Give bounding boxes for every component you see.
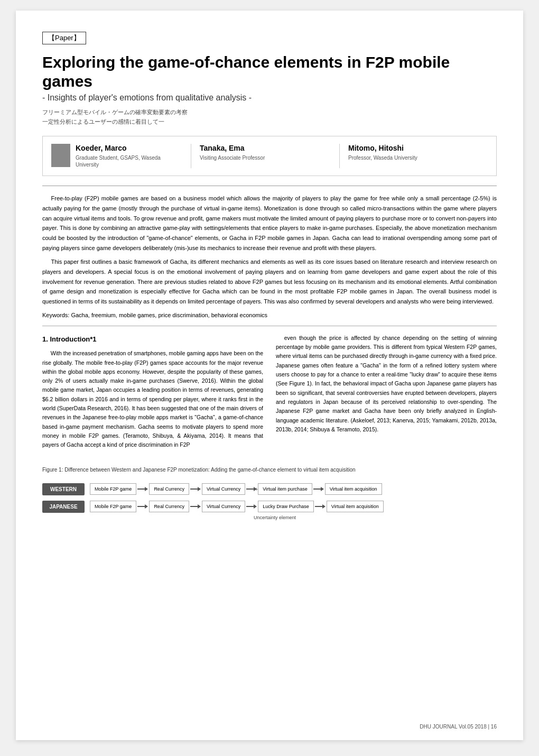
western-label: WESTERN [42, 483, 85, 495]
author-avatar [51, 144, 70, 167]
diagram-row-japanese: JAPANESE Mobile F2P game Real Currency V… [42, 501, 497, 513]
diagram-row-japanese-wrapper: JAPANESE Mobile F2P game Real Currency V… [42, 501, 497, 520]
divider-1 [42, 186, 497, 186]
western-item-3: + Virtual item purchase [258, 483, 312, 495]
japanese-item-3: Lucky Draw Purchase [258, 501, 314, 512]
author-name-3: Mitomo, Hitoshi [348, 144, 479, 152]
western-items: Mobile F2P game Real Currency Virtual Cu… [85, 483, 497, 495]
two-column-section: 1. Introduction*1 With the increased pen… [42, 334, 497, 452]
arrow-w4 [313, 487, 324, 491]
abstract-para1: Free-to-play (F2P) mobile games are base… [42, 193, 497, 253]
author-col-3: Mitomo, Hitoshi Professor, Waseda Univer… [340, 144, 488, 168]
abstract-para2: This paper first outlines a basic framew… [42, 257, 497, 306]
diagram-row-western: WESTERN Mobile F2P game Real Currency Vi… [42, 483, 497, 495]
divider-2 [42, 326, 497, 326]
western-item-0: Mobile F2P game [90, 483, 136, 495]
author-name-2: Tanaka, Ema [200, 144, 331, 152]
author-affil-1: Graduate Student, GSAPS, Waseda Universi… [76, 154, 182, 168]
figure-section: Figure 1: Difference between Western and… [42, 467, 497, 525]
main-title: Exploring the game-of-chance elements in… [42, 53, 497, 91]
section-title: 1. Introduction*1 [42, 334, 263, 345]
arrow-w1 [137, 487, 148, 491]
uncertainty-note: Uncertainty element [254, 515, 497, 520]
western-item-4: Virtual item acquisition [325, 483, 382, 495]
paper-tag: 【Paper】 [42, 32, 86, 44]
western-item-2: Virtual Currency [202, 483, 245, 495]
japanese-title: フリーミアム型モバイル・ゲームの確率変動要素の考察 一定性分析によるユーザーの感… [42, 108, 497, 126]
arrow-j4 [315, 504, 326, 509]
japanese-item-1: Real Currency [149, 501, 189, 512]
japanese-label: JAPANESE [42, 501, 85, 513]
arrow-j2 [190, 504, 201, 509]
japanese-item-0: Mobile F2P game [90, 501, 136, 512]
figure-diagram: WESTERN Mobile F2P game Real Currency Vi… [42, 478, 497, 525]
arrow-w2 [190, 487, 201, 491]
arrow-j1 [137, 504, 148, 509]
author-name-1: Koeder, Marco [76, 144, 182, 152]
japanese-item-2: Virtual Currency [202, 501, 245, 512]
right-col-text: even though the price is affected by cha… [276, 334, 497, 434]
sub-title: - Insights of player's emotions from qua… [42, 93, 497, 103]
japanese-items: Mobile F2P game Real Currency Virtual Cu… [85, 501, 497, 512]
keywords: Keywords: Gacha, freemium, mobile games,… [42, 312, 497, 318]
japanese-item-4: Virtual item acquisition [327, 501, 384, 512]
author-affil-3: Professor, Waseda University [348, 154, 479, 161]
footer-journal: DHU JOURNAL Vol.05 2018 | 16 [420, 724, 497, 730]
western-item-1: Real Currency [149, 483, 189, 495]
left-col-text: With the increased penetration of smartp… [42, 349, 263, 449]
author-affil-2: Visiting Associate Professor [200, 154, 331, 161]
author-col-1: Koeder, Marco Graduate Student, GSAPS, W… [51, 144, 191, 168]
col-left: 1. Introduction*1 With the increased pen… [42, 334, 263, 452]
col-right: even though the price is affected by cha… [276, 334, 497, 452]
author-col-2: Tanaka, Ema Visiting Associate Professor [191, 144, 340, 168]
figure-caption: Figure 1: Difference between Western and… [42, 467, 497, 473]
page: 【Paper】 Exploring the game-of-chance ele… [16, 11, 523, 740]
arrow-j3 [246, 504, 257, 509]
abstract: Free-to-play (F2P) mobile games are base… [42, 193, 497, 307]
authors-box: Koeder, Marco Graduate Student, GSAPS, W… [42, 136, 497, 176]
